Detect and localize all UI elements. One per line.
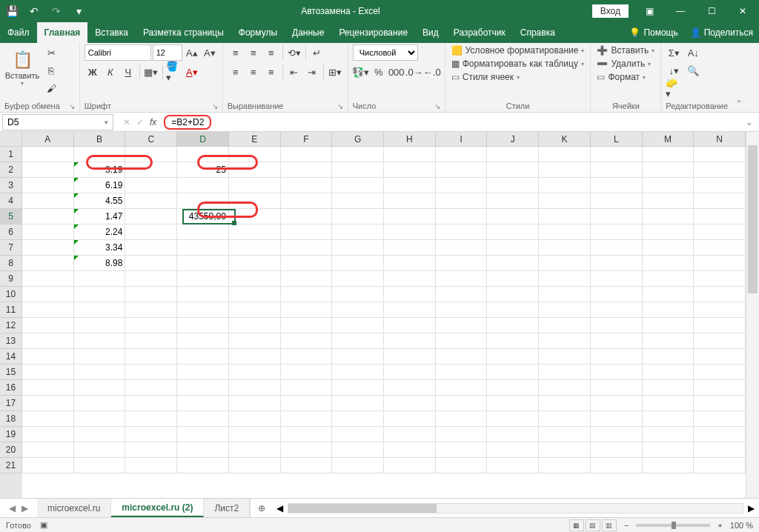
cell-F13[interactable] bbox=[281, 333, 333, 349]
cell-M13[interactable] bbox=[643, 333, 695, 349]
cell-J21[interactable] bbox=[487, 458, 539, 473]
cell-F1[interactable] bbox=[281, 147, 333, 162]
cell-G13[interactable] bbox=[332, 333, 384, 349]
cell-E1[interactable] bbox=[229, 147, 281, 162]
cell-A4[interactable] bbox=[22, 193, 74, 209]
cell-D14[interactable] bbox=[177, 349, 229, 365]
cell-D17[interactable] bbox=[177, 396, 229, 411]
align-left-icon[interactable]: ≡ bbox=[228, 64, 244, 80]
cell-L5[interactable] bbox=[591, 209, 643, 225]
cell-N12[interactable] bbox=[694, 318, 746, 333]
bold-button[interactable]: Ж bbox=[84, 64, 101, 80]
fill-color-icon[interactable]: 🪣▾ bbox=[166, 64, 182, 80]
cell-A3[interactable] bbox=[22, 178, 74, 193]
cell-E20[interactable] bbox=[229, 442, 281, 458]
cell-B8[interactable]: 8.98 bbox=[74, 256, 126, 271]
cell-C15[interactable] bbox=[125, 365, 177, 380]
cell-G1[interactable] bbox=[332, 147, 384, 162]
cell-B1[interactable] bbox=[74, 147, 126, 162]
cell-K4[interactable] bbox=[539, 193, 591, 209]
col-header-N[interactable]: N bbox=[694, 132, 746, 147]
cell-D18[interactable] bbox=[177, 411, 229, 427]
cell-N16[interactable] bbox=[694, 380, 746, 396]
col-header-C[interactable]: C bbox=[125, 132, 177, 147]
cell-J7[interactable] bbox=[487, 240, 539, 256]
currency-icon[interactable]: 💱▾ bbox=[353, 64, 369, 80]
cell-K19[interactable] bbox=[539, 427, 591, 442]
signin-button[interactable]: Вход bbox=[592, 4, 629, 18]
cell-K21[interactable] bbox=[539, 458, 591, 473]
cell-H10[interactable] bbox=[384, 287, 436, 302]
cell-M2[interactable] bbox=[643, 162, 695, 178]
cell-N8[interactable] bbox=[694, 256, 746, 271]
cell-L19[interactable] bbox=[591, 427, 643, 442]
cell-K10[interactable] bbox=[539, 287, 591, 302]
cell-A11[interactable] bbox=[22, 302, 74, 318]
cell-G17[interactable] bbox=[332, 396, 384, 411]
cell-H11[interactable] bbox=[384, 302, 436, 318]
cell-K5[interactable] bbox=[539, 209, 591, 225]
font-size-select[interactable] bbox=[153, 44, 182, 61]
cell-L11[interactable] bbox=[591, 302, 643, 318]
zoom-level[interactable]: 100 % bbox=[730, 521, 753, 530]
cell-K14[interactable] bbox=[539, 349, 591, 365]
cell-D9[interactable] bbox=[177, 271, 229, 287]
cell-D13[interactable] bbox=[177, 333, 229, 349]
cell-B18[interactable] bbox=[74, 411, 126, 427]
cell-C17[interactable] bbox=[125, 396, 177, 411]
cell-F12[interactable] bbox=[281, 318, 333, 333]
cell-C8[interactable] bbox=[125, 256, 177, 271]
cell-G12[interactable] bbox=[332, 318, 384, 333]
cell-G6[interactable] bbox=[332, 225, 384, 240]
cell-E12[interactable] bbox=[229, 318, 281, 333]
row-header-5[interactable]: 5 bbox=[0, 209, 22, 225]
cell-B9[interactable] bbox=[74, 271, 126, 287]
tab-help[interactable]: Справка bbox=[513, 22, 563, 43]
macro-record-icon[interactable]: ▣ bbox=[40, 520, 47, 530]
cell-L4[interactable] bbox=[591, 193, 643, 209]
cell-H9[interactable] bbox=[384, 271, 436, 287]
cell-A16[interactable] bbox=[22, 380, 74, 396]
cell-C3[interactable] bbox=[125, 178, 177, 193]
cell-B21[interactable] bbox=[74, 458, 126, 473]
cell-C7[interactable] bbox=[125, 240, 177, 256]
cell-I16[interactable] bbox=[436, 380, 488, 396]
cell-K18[interactable] bbox=[539, 411, 591, 427]
cell-L15[interactable] bbox=[591, 365, 643, 380]
conditional-formatting[interactable]: 🟨Условное форматирование▾ bbox=[450, 44, 586, 56]
cell-N10[interactable] bbox=[694, 287, 746, 302]
cell-J2[interactable] bbox=[487, 162, 539, 178]
cell-B19[interactable] bbox=[74, 427, 126, 442]
cell-N11[interactable] bbox=[694, 302, 746, 318]
number-format-select[interactable]: Числовой bbox=[353, 44, 418, 61]
tab-formulas[interactable]: Формулы bbox=[231, 22, 285, 43]
increase-decimal-icon[interactable]: .0→ bbox=[406, 64, 422, 80]
cell-G4[interactable] bbox=[332, 193, 384, 209]
cell-J19[interactable] bbox=[487, 427, 539, 442]
cell-H5[interactable] bbox=[384, 209, 436, 225]
cell-D6[interactable] bbox=[177, 225, 229, 240]
cell-M15[interactable] bbox=[643, 365, 695, 380]
sheet-tab-2[interactable]: microexcel.ru (2) bbox=[111, 499, 204, 517]
cell-E19[interactable] bbox=[229, 427, 281, 442]
cell-I4[interactable] bbox=[436, 193, 488, 209]
cell-M10[interactable] bbox=[643, 287, 695, 302]
tab-file[interactable]: Файл bbox=[0, 22, 37, 43]
increase-indent-icon[interactable]: ⇥ bbox=[304, 64, 320, 80]
cell-C18[interactable] bbox=[125, 411, 177, 427]
cell-M8[interactable] bbox=[643, 256, 695, 271]
comma-icon[interactable]: 000 bbox=[388, 64, 405, 80]
cell-H15[interactable] bbox=[384, 365, 436, 380]
cell-K1[interactable] bbox=[539, 147, 591, 162]
cell-L2[interactable] bbox=[591, 162, 643, 178]
cell-F5[interactable] bbox=[281, 209, 333, 225]
expand-formula-bar-icon[interactable]: ⌄ bbox=[740, 117, 759, 127]
tell-me[interactable]: 💡Помощь bbox=[623, 22, 683, 43]
cell-J3[interactable] bbox=[487, 178, 539, 193]
hscroll-thumb[interactable] bbox=[288, 504, 437, 513]
row-header-3[interactable]: 3 bbox=[0, 178, 22, 193]
merge-icon[interactable]: ⊞▾ bbox=[327, 64, 343, 80]
cell-F9[interactable] bbox=[281, 271, 333, 287]
tab-review[interactable]: Рецензирование bbox=[331, 22, 415, 43]
font-launcher[interactable]: ↘ bbox=[212, 102, 218, 110]
